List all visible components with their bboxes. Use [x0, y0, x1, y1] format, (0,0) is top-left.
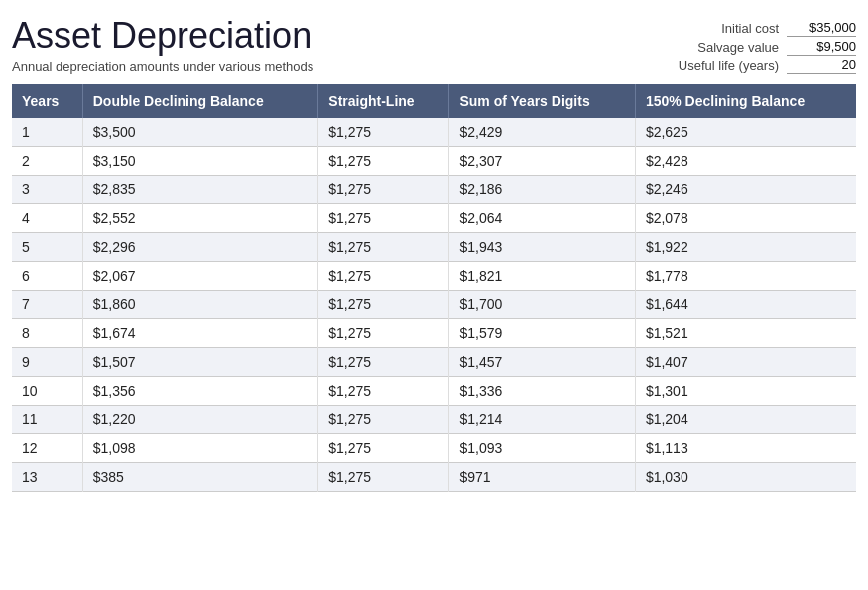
header-section: Asset Depreciation Annual depreciation a… — [12, 16, 856, 74]
useful-life-row: Useful life (years) 20 — [650, 58, 856, 74]
table-cell: $1,579 — [449, 319, 635, 348]
table-cell: $1,275 — [318, 262, 449, 291]
col-header-sl: Straight-Line — [318, 84, 449, 118]
table-cell: $1,821 — [449, 262, 635, 291]
table-cell: $2,307 — [449, 147, 635, 176]
table-cell: 2 — [12, 147, 82, 176]
table-row: 11$1,220$1,275$1,214$1,204 — [12, 406, 856, 434]
table-cell: $1,644 — [635, 291, 856, 319]
table-cell: $1,521 — [635, 319, 856, 348]
table-cell: 7 — [12, 291, 82, 319]
table-cell: $2,552 — [82, 204, 318, 233]
table-row: 8$1,674$1,275$1,579$1,521 — [12, 319, 856, 348]
table-cell: $1,098 — [82, 434, 318, 463]
table-cell: $2,428 — [635, 147, 856, 176]
table-cell: $1,113 — [635, 434, 856, 463]
table-cell: $1,275 — [318, 291, 449, 319]
table-cell: $1,275 — [318, 118, 449, 147]
table-cell: $1,204 — [635, 406, 856, 434]
table-cell: $2,296 — [82, 233, 318, 262]
table-cell: $385 — [82, 463, 318, 492]
table-cell: $1,275 — [318, 204, 449, 233]
table-cell: $1,336 — [449, 377, 635, 406]
table-cell: $1,301 — [635, 377, 856, 406]
table-cell: 5 — [12, 233, 82, 262]
table-cell: 13 — [12, 463, 82, 492]
table-row: 2$3,150$1,275$2,307$2,428 — [12, 147, 856, 176]
table-cell: $2,078 — [635, 204, 856, 233]
table-row: 5$2,296$1,275$1,943$1,922 — [12, 233, 856, 262]
table-header-row: Years Double Declining Balance Straight-… — [12, 84, 856, 118]
info-block: Initial cost $35,000 Salvage value $9,50… — [650, 20, 856, 74]
table-cell: 8 — [12, 319, 82, 348]
table-cell: $3,500 — [82, 118, 318, 147]
depreciation-table: Years Double Declining Balance Straight-… — [12, 84, 856, 492]
table-cell: $1,778 — [635, 262, 856, 291]
table-cell: $1,275 — [318, 319, 449, 348]
col-header-years: Years — [12, 84, 82, 118]
table-cell: 4 — [12, 204, 82, 233]
table-cell: $1,275 — [318, 176, 449, 204]
table-cell: $1,275 — [318, 348, 449, 377]
table-cell: 3 — [12, 176, 82, 204]
useful-life-label: Useful life (years) — [650, 59, 779, 73]
table-row: 1$3,500$1,275$2,429$2,625 — [12, 118, 856, 147]
table-cell: 12 — [12, 434, 82, 463]
table-cell: $2,064 — [449, 204, 635, 233]
table-cell: $971 — [449, 463, 635, 492]
table-cell: 1 — [12, 118, 82, 147]
table-cell: $2,835 — [82, 176, 318, 204]
table-cell: 10 — [12, 377, 82, 406]
salvage-value-label: Salvage value — [650, 40, 779, 55]
table-cell: $2,625 — [635, 118, 856, 147]
table-row: 7$1,860$1,275$1,700$1,644 — [12, 291, 856, 319]
table-cell: $1,214 — [449, 406, 635, 434]
table-cell: $1,943 — [449, 233, 635, 262]
page-container: Asset Depreciation Annual depreciation a… — [0, 0, 868, 590]
col-header-150db: 150% Declining Balance — [635, 84, 856, 118]
table-cell: $1,275 — [318, 147, 449, 176]
table-row: 13$385$1,275$971$1,030 — [12, 463, 856, 492]
table-cell: $1,674 — [82, 319, 318, 348]
table-cell: $1,407 — [635, 348, 856, 377]
page-title: Asset Depreciation — [12, 16, 313, 56]
table-cell: $1,275 — [318, 377, 449, 406]
table-cell: $3,150 — [82, 147, 318, 176]
title-block: Asset Depreciation Annual depreciation a… — [12, 16, 313, 74]
table-row: 12$1,098$1,275$1,093$1,113 — [12, 434, 856, 463]
table-cell: $1,220 — [82, 406, 318, 434]
initial-cost-row: Initial cost $35,000 — [650, 20, 856, 37]
table-cell: $2,186 — [449, 176, 635, 204]
table-row: 9$1,507$1,275$1,457$1,407 — [12, 348, 856, 377]
table-cell: $1,457 — [449, 348, 635, 377]
table-cell: $1,356 — [82, 377, 318, 406]
col-header-syd: Sum of Years Digits — [449, 84, 635, 118]
table-cell: $2,067 — [82, 262, 318, 291]
table-cell: $1,922 — [635, 233, 856, 262]
table-cell: 6 — [12, 262, 82, 291]
table-cell: 11 — [12, 406, 82, 434]
table-cell: $1,093 — [449, 434, 635, 463]
subtitle: Annual depreciation amounts under variou… — [12, 59, 313, 74]
table-row: 10$1,356$1,275$1,336$1,301 — [12, 377, 856, 406]
table-cell: $1,507 — [82, 348, 318, 377]
table-cell: $1,275 — [318, 434, 449, 463]
initial-cost-value: $35,000 — [787, 20, 856, 37]
table-cell: $1,275 — [318, 463, 449, 492]
table-cell: 9 — [12, 348, 82, 377]
table-row: 6$2,067$1,275$1,821$1,778 — [12, 262, 856, 291]
col-header-ddb: Double Declining Balance — [82, 84, 318, 118]
table-body: 1$3,500$1,275$2,429$2,6252$3,150$1,275$2… — [12, 118, 856, 492]
salvage-value-value: $9,500 — [787, 39, 856, 56]
table-row: 3$2,835$1,275$2,186$2,246 — [12, 176, 856, 204]
salvage-value-row: Salvage value $9,500 — [650, 39, 856, 56]
table-row: 4$2,552$1,275$2,064$2,078 — [12, 204, 856, 233]
table-cell: $1,275 — [318, 406, 449, 434]
table-cell: $1,275 — [318, 233, 449, 262]
table-cell: $1,860 — [82, 291, 318, 319]
table-cell: $2,246 — [635, 176, 856, 204]
useful-life-value: 20 — [787, 58, 856, 74]
table-cell: $2,429 — [449, 118, 635, 147]
initial-cost-label: Initial cost — [650, 21, 779, 36]
table-cell: $1,030 — [635, 463, 856, 492]
